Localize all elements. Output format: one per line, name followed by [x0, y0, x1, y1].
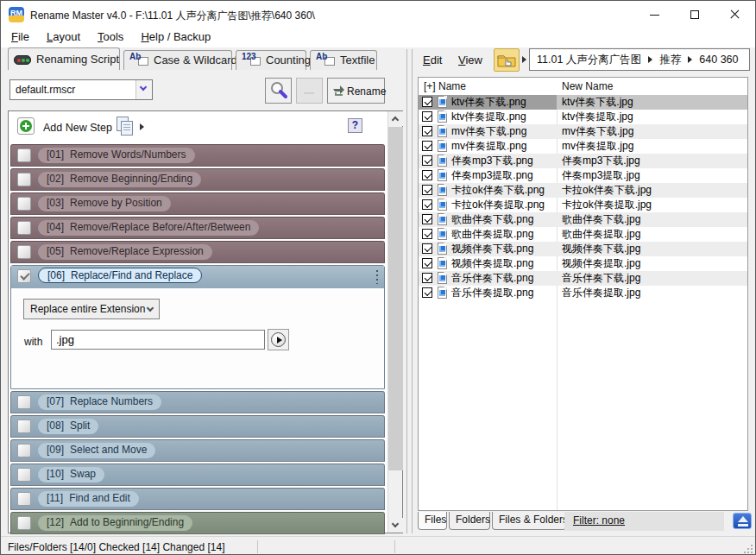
- step-09[interactable]: [09]Select and Move: [10, 439, 385, 462]
- step-08[interactable]: [08]Split: [10, 415, 385, 438]
- file-row[interactable]: ktv伴奏提取.pngktv伴奏提取.jpg: [419, 110, 747, 124]
- copy-steps-icon[interactable]: [117, 117, 135, 137]
- column-header-new-name[interactable]: New Name: [562, 80, 613, 92]
- column-header-name[interactable]: [+] Name: [424, 80, 466, 92]
- file-row[interactable]: 卡拉ok伴奏下载.png卡拉ok伴奏下载.jpg: [419, 183, 747, 198]
- step-11[interactable]: [11]Find and Edit: [10, 488, 385, 510]
- panel-splitter[interactable]: [406, 49, 413, 533]
- step-pill[interactable]: [11]Find and Edit: [38, 491, 139, 507]
- drag-handle-icon[interactable]: [376, 270, 378, 284]
- maximize-button[interactable]: [675, 1, 715, 28]
- step-checkbox[interactable]: [17, 148, 31, 162]
- help-button[interactable]: ?: [348, 118, 362, 133]
- step-checkbox[interactable]: [17, 269, 31, 283]
- insert-token-button[interactable]: [268, 329, 289, 350]
- combobox-dropdown-button[interactable]: [135, 80, 152, 99]
- file-row[interactable]: 卡拉ok伴奏提取.png卡拉ok伴奏提取.jpg: [419, 198, 747, 212]
- row-checkbox[interactable]: [422, 287, 432, 298]
- row-checkbox[interactable]: [422, 258, 432, 268]
- scroll-up-button[interactable]: [388, 111, 403, 126]
- step-pill[interactable]: [12]Add to Beginning/Ending: [38, 515, 192, 531]
- step-checkbox[interactable]: [17, 419, 31, 433]
- row-checkbox[interactable]: [422, 170, 432, 180]
- step-04[interactable]: [04]Remove/Replace Before/After/Between: [10, 217, 385, 239]
- file-row[interactable]: 歌曲伴奏提取.png歌曲伴奏提取.jpg: [419, 227, 747, 242]
- tab-counting[interactable]: 123Counting: [236, 50, 306, 70]
- row-checkbox[interactable]: [422, 199, 432, 210]
- step-pill[interactable]: [04]Remove/Replace Before/After/Between: [38, 220, 259, 236]
- file-row[interactable]: 视频伴奏提取.png视频伴奏提取.jpg: [419, 256, 747, 271]
- step-pill[interactable]: [08]Split: [38, 419, 98, 434]
- close-button[interactable]: [715, 1, 754, 28]
- preview-button[interactable]: [265, 78, 292, 104]
- step-checkbox[interactable]: [17, 516, 31, 530]
- breadcrumb-segment[interactable]: 推荐: [659, 54, 681, 66]
- with-input[interactable]: [51, 330, 265, 350]
- scroll-down-button[interactable]: [388, 518, 403, 533]
- step-pill[interactable]: [07]Replace Numbers: [38, 394, 161, 410]
- rename-button[interactable]: Rename: [327, 78, 385, 104]
- file-row[interactable]: 伴奏mp3下载.png伴奏mp3下载.jpg: [419, 154, 747, 168]
- file-row[interactable]: 视频伴奏下载.png视频伴奏下载.jpg: [419, 242, 747, 256]
- step-05[interactable]: [05]Remove/Replace Expression: [10, 241, 385, 263]
- step-header[interactable]: [06]Replace/Find and Replace: [11, 266, 384, 288]
- file-row[interactable]: 音乐伴奏下载.png音乐伴奏下载.jpg: [419, 271, 747, 286]
- step-checkbox[interactable]: [17, 444, 31, 457]
- menu-layout[interactable]: Layout: [47, 30, 80, 43]
- step-10[interactable]: [10]Swap: [10, 464, 385, 486]
- file-row[interactable]: 音乐伴奏提取.png音乐伴奏提取.jpg: [419, 286, 747, 300]
- step-pill[interactable]: [01]Remove Words/Numbers: [38, 148, 195, 163]
- step-pill[interactable]: [10]Swap: [38, 467, 104, 482]
- script-scrollbar[interactable]: [387, 111, 402, 533]
- step-checkbox[interactable]: [17, 395, 31, 409]
- file-row[interactable]: ktv伴奏下载.pngktv伴奏下载.jpg: [419, 95, 747, 110]
- tab-renaming-script[interactable]: Renaming Script: [8, 47, 120, 70]
- bottom-tab-files[interactable]: Files: [418, 512, 447, 530]
- breadcrumb-segment[interactable]: 640 360: [699, 54, 738, 66]
- row-checkbox[interactable]: [422, 97, 432, 107]
- row-checkbox[interactable]: [422, 185, 432, 195]
- row-checkbox[interactable]: [422, 141, 432, 151]
- step-pill[interactable]: [02]Remove Beginning/Ending: [38, 172, 201, 187]
- step-checkbox[interactable]: [17, 468, 31, 482]
- add-new-step-button[interactable]: Add New Step: [43, 122, 112, 134]
- file-row[interactable]: 伴奏mp3提取.png伴奏mp3提取.jpg: [419, 168, 747, 183]
- step-pill[interactable]: [09]Select and Move: [38, 443, 155, 458]
- tab-textfile[interactable]: AbTextfile: [310, 50, 377, 70]
- step-checkbox[interactable]: [17, 492, 31, 506]
- resize-grip[interactable]: [744, 545, 753, 553]
- file-row[interactable]: mv伴奏提取.pngmv伴奏提取.jpg: [419, 139, 747, 154]
- tab-case-wildcards[interactable]: AbCase & Wildcards: [123, 50, 232, 70]
- step-03[interactable]: [03]Remove by Position: [10, 192, 385, 215]
- step-checkbox[interactable]: [17, 245, 31, 259]
- file-row[interactable]: 歌曲伴奏下载.png歌曲伴奏下载.jpg: [419, 212, 747, 227]
- step-checkbox[interactable]: [17, 221, 31, 235]
- step-checkbox[interactable]: [17, 173, 31, 186]
- menu-help-backup[interactable]: Help / Backup: [141, 30, 211, 43]
- minimize-button[interactable]: [634, 1, 674, 28]
- row-checkbox[interactable]: [422, 243, 432, 254]
- menu-file[interactable]: File: [11, 30, 29, 43]
- menu-view[interactable]: View: [458, 54, 482, 66]
- menu-tools[interactable]: Tools: [98, 30, 123, 43]
- script-file-combobox[interactable]: default.rmscr: [9, 79, 153, 100]
- step-12[interactable]: [12]Add to Beginning/Ending: [10, 512, 385, 534]
- filter-link[interactable]: Filter: none: [573, 514, 625, 527]
- step-07[interactable]: [07]Replace Numbers: [10, 391, 385, 413]
- step-01[interactable]: [01]Remove Words/Numbers: [10, 144, 385, 167]
- add-step-icon[interactable]: [17, 117, 35, 135]
- row-checkbox[interactable]: [422, 273, 432, 283]
- export-eject-button[interactable]: [733, 513, 752, 529]
- undo-button[interactable]: [296, 78, 323, 104]
- row-checkbox[interactable]: [422, 214, 432, 224]
- row-checkbox[interactable]: [422, 111, 432, 122]
- expand-arrow-icon[interactable]: [140, 123, 144, 130]
- step-02[interactable]: [02]Remove Beginning/Ending: [10, 168, 385, 191]
- step-checkbox[interactable]: [17, 197, 31, 211]
- scrollbar-thumb[interactable]: [388, 127, 403, 470]
- bottom-tab-files-folders[interactable]: Files & Folders: [492, 512, 566, 530]
- menu-edit[interactable]: Edit: [423, 54, 442, 66]
- replace-mode-select[interactable]: Replace entire Extension: [23, 299, 160, 319]
- row-checkbox[interactable]: [422, 155, 432, 166]
- bottom-tab-folders[interactable]: Folders: [449, 512, 490, 530]
